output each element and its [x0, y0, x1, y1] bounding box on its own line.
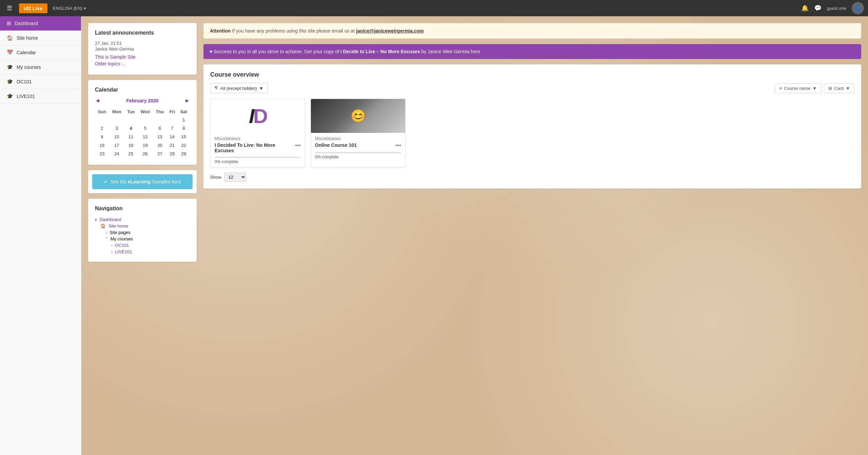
attention-text: If you have any problems using this site…	[232, 28, 356, 34]
cal-day-22[interactable]: 22	[178, 141, 190, 150]
hamburger-button[interactable]: ☰	[4, 2, 15, 14]
cal-header-fri: Fri	[167, 108, 178, 116]
nav-house-icon: 🏠	[100, 223, 106, 229]
cal-day-24[interactable]: 24	[109, 150, 124, 158]
announcement-date: 27 Jan, 21:51	[95, 41, 190, 46]
view-button[interactable]: ⊞ Card ▼	[824, 83, 854, 93]
show-select[interactable]: 12 24 48	[224, 173, 246, 182]
left-column: Latest announcements 27 Jan, 21:51 Janic…	[88, 23, 197, 448]
cal-day-27[interactable]: 27	[153, 150, 167, 158]
sort-label: Course name	[784, 86, 810, 91]
calendar-next-button[interactable]: ►	[184, 98, 190, 104]
attention-email[interactable]: janice@janiceweirgermia.com	[356, 28, 424, 34]
calendar-prev-button[interactable]: ◄	[95, 98, 100, 104]
announcement-link-1[interactable]: This is Sample Site	[95, 54, 190, 60]
course2-menu-icon[interactable]: •••	[395, 142, 401, 149]
cal-day-12[interactable]: 12	[138, 133, 153, 141]
course1-header: I Decided To Live: No More Excuses •••	[215, 142, 301, 153]
cal-day-25[interactable]: 25	[124, 150, 138, 158]
cal-day-4[interactable]: 4	[124, 124, 138, 133]
calendar-icon: 📅	[7, 50, 13, 56]
cal-header-tue: Tue	[124, 108, 138, 116]
course1-progress-bar	[215, 157, 301, 158]
notification-icon[interactable]: 🔔	[801, 4, 809, 12]
announcements-card: Latest announcements 27 Jan, 21:51 Janic…	[88, 23, 197, 75]
announcement-link-2[interactable]: Older topics ...	[95, 61, 190, 66]
sidebar-label-my-courses: My courses	[17, 64, 41, 70]
cal-day-17[interactable]: 17	[109, 141, 124, 150]
course-card-2[interactable]: 😊 Miscellaneous Online Course 101 •••	[311, 99, 406, 168]
filter-arrow-icon: ▼	[259, 86, 263, 91]
cal-day-19[interactable]: 19	[138, 141, 153, 150]
show-label: Show	[210, 175, 221, 180]
cal-day-16[interactable]: 16	[95, 141, 109, 150]
cal-day-18[interactable]: 18	[124, 141, 138, 150]
course2-image: 😊	[311, 99, 405, 133]
nav-link-live101[interactable]: LIVE101	[115, 249, 132, 254]
brand-button[interactable]: id2 Live	[19, 3, 47, 13]
home-icon: 🏠	[7, 35, 13, 41]
navigation-title: Navigation	[95, 205, 190, 212]
course-card-1[interactable]: I D Miscellaneous I Decided To Live: No …	[210, 99, 305, 168]
cal-empty	[153, 116, 167, 124]
cal-day-29[interactable]: 29	[178, 150, 190, 158]
sidebar-item-calendar[interactable]: 📅 Calendar	[0, 45, 81, 60]
cal-day-3[interactable]: 3	[109, 124, 124, 133]
cal-day-21[interactable]: 21	[167, 141, 178, 150]
cal-day-23[interactable]: 23	[95, 150, 109, 158]
course1-category: Miscellaneous	[215, 136, 301, 141]
check-icon: ✔	[104, 179, 108, 184]
cal-day-5[interactable]: 5	[138, 124, 153, 133]
cal-empty	[95, 116, 109, 124]
sidebar-item-oc101[interactable]: 🎓 OC101	[0, 75, 81, 89]
elearning-button[interactable]: ✔ See My eLearning Samples here	[92, 174, 193, 189]
nav-link-dashboard[interactable]: Dashboard	[100, 217, 121, 222]
sidebar-label-dashboard: Dashboard	[15, 21, 38, 26]
nav-oc101-icon: ›	[111, 243, 113, 248]
nav-expand-icon: ›	[106, 231, 107, 235]
cal-day-14[interactable]: 14	[167, 133, 178, 141]
chat-icon[interactable]: 💬	[814, 4, 822, 12]
nav-item-site-home: 🏠 Site home	[95, 223, 190, 229]
course2-name: Online Course 101	[315, 142, 395, 148]
cal-day-15[interactable]: 15	[178, 133, 190, 141]
calendar-header: ◄ February 2020 ►	[95, 98, 190, 104]
navigation-card: Navigation ▾ Dashboard 🏠 Site home › Sit…	[88, 199, 197, 262]
cal-day-26[interactable]: 26	[138, 150, 153, 158]
filter-label: All (except hidden)	[220, 86, 257, 91]
cal-header-mon: Mon	[109, 108, 124, 116]
sidebar-item-dashboard[interactable]: ⊞ Dashboard	[0, 16, 81, 31]
cal-day-11[interactable]: 11	[124, 133, 138, 141]
cal-day-6[interactable]: 6	[153, 124, 167, 133]
nav-live101-icon: ›	[111, 250, 113, 254]
course1-menu-icon[interactable]: •••	[295, 142, 301, 149]
cal-day-8[interactable]: 8	[178, 124, 190, 133]
cal-day-28[interactable]: 28	[167, 150, 178, 158]
cal-day-20[interactable]: 20	[153, 141, 167, 150]
course1-progress-label: 0% complete	[215, 159, 301, 164]
cal-day-1[interactable]: 1	[178, 116, 190, 124]
nav-link-oc101[interactable]: OC101	[115, 243, 129, 248]
sidebar-label-calendar: Calendar	[17, 50, 36, 55]
cal-day-9[interactable]: 9	[95, 133, 109, 141]
cal-day-7[interactable]: 7	[167, 124, 178, 133]
sidebar-item-my-courses[interactable]: 🎓 My courses	[0, 60, 81, 75]
user-name[interactable]: guest one	[827, 6, 846, 11]
nav-label-my-courses: My courses	[111, 236, 133, 241]
promo-suffix: by Janice Weir-Germia here	[421, 49, 480, 54]
sort-button[interactable]: ≡ Course name ▼	[775, 83, 821, 93]
filter-button[interactable]: ⧨ All (except hidden) ▼	[210, 83, 268, 93]
language-selector[interactable]: ENGLISH (EN) ▾	[53, 6, 86, 11]
sidebar-label-live101: LIVE101	[17, 94, 35, 99]
sidebar-item-site-home[interactable]: 🏠 Site home	[0, 31, 81, 45]
cal-header-sat: Sat	[178, 108, 190, 116]
cal-day-13[interactable]: 13	[153, 133, 167, 141]
promo-banner: ♥ Success to you in all you strive to ac…	[203, 44, 861, 59]
avatar[interactable]: 👤	[852, 2, 864, 14]
cal-day-10[interactable]: 10	[109, 133, 124, 141]
nav-link-site-home[interactable]: Site home	[108, 223, 129, 229]
course2-header: Online Course 101 •••	[315, 142, 401, 149]
cal-day-2[interactable]: 2	[95, 124, 109, 133]
sidebar-item-live101[interactable]: 🎓 LIVE101	[0, 89, 81, 104]
promo-text: Success to you in all you strive to achi…	[214, 49, 340, 54]
